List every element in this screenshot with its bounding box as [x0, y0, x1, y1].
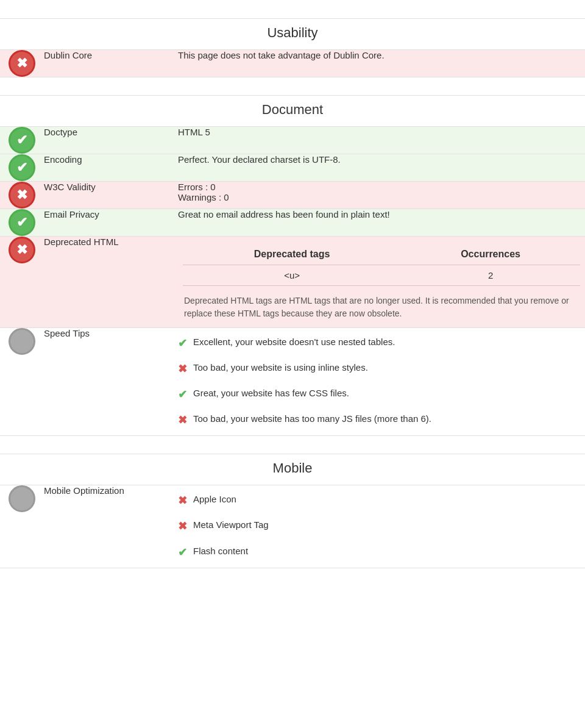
- usability-section: Usability ✖ Dublin Core This page does n…: [0, 0, 585, 568]
- speed-tips-content: ✔ Excellent, your website doesn't use ne…: [178, 327, 585, 436]
- mobile-tip-1-icon: ✖: [178, 519, 187, 534]
- doctype-label: Doctype: [44, 126, 178, 154]
- speed-tip-2-icon: ✔: [178, 387, 187, 402]
- mobile-tip-0-icon: ✖: [178, 493, 187, 509]
- w3c-validity-row: ✖ W3C Validity Errors : 0 Warnings : 0: [0, 181, 585, 209]
- encoding-row: ✔ Encoding Perfect. Your declared charse…: [0, 154, 585, 181]
- deprecated-note: Deprecated HTML tags are HTML tags that …: [183, 291, 580, 320]
- deprecated-tag-count: 2: [401, 265, 580, 285]
- dublin-core-status-icon: ✖: [9, 50, 35, 77]
- speed-tips-icon-cell: [0, 327, 44, 436]
- deprecated-tag-value: <u>: [183, 265, 401, 285]
- w3c-status-icon: ✖: [9, 182, 35, 209]
- speed-tip-2: ✔ Great, your website has few CSS files.: [178, 382, 585, 407]
- email-privacy-row: ✔ Email Privacy Great no email address h…: [0, 209, 585, 236]
- mobile-tip-0: ✖ Apple Icon: [178, 488, 585, 513]
- speed-tip-1: ✖ Too bad, your website is using inline …: [178, 356, 585, 382]
- encoding-status-icon: ✔: [9, 154, 35, 181]
- mobile-tip-0-text: Apple Icon: [193, 493, 236, 505]
- mobile-tips-list: ✖ Apple Icon ✖ Meta Viewport Tag ✔ Flash…: [178, 485, 585, 568]
- mobile-tip-2-icon: ✔: [178, 545, 187, 560]
- document-title: Document: [262, 85, 323, 124]
- encoding-icon-cell: ✔: [0, 154, 44, 181]
- email-privacy-content: Great no email address has been found in…: [178, 209, 585, 236]
- dublin-core-content: This page does not take advantage of Dub…: [178, 49, 585, 77]
- mobile-optimization-label: Mobile Optimization: [44, 485, 178, 568]
- usability-title: Usability: [267, 8, 317, 48]
- deprecated-html-status-icon: ✖: [9, 237, 35, 263]
- speed-tip-1-text: Too bad, your website is using inline st…: [193, 361, 368, 374]
- doctype-icon-cell: ✔: [0, 126, 44, 154]
- deprecated-tags-table: Deprecated tags Occurrences <u> 2: [183, 244, 580, 286]
- w3c-errors: Errors : 0: [178, 182, 585, 192]
- speed-tip-0: ✔ Excellent, your website doesn't use ne…: [178, 330, 585, 356]
- doctype-row: ✔ Doctype HTML 5: [0, 126, 585, 154]
- w3c-label: W3C Validity: [44, 181, 178, 209]
- doctype-content: HTML 5: [178, 126, 585, 154]
- mobile-title: Mobile: [273, 443, 313, 483]
- dublin-core-label: Dublin Core: [44, 49, 178, 77]
- mobile-tip-2: ✔ Flash content: [178, 540, 585, 565]
- speed-tip-0-icon: ✔: [178, 336, 187, 351]
- mobile-optimization-status-icon: [9, 485, 35, 512]
- mobile-optimization-icon-cell: [0, 485, 44, 568]
- dublin-core-row: ✖ Dublin Core This page does not take ad…: [0, 49, 585, 77]
- mobile-optimization-content: ✖ Apple Icon ✖ Meta Viewport Tag ✔ Flash…: [178, 485, 585, 568]
- mobile-tip-1: ✖ Meta Viewport Tag: [178, 513, 585, 539]
- email-privacy-label: Email Privacy: [44, 209, 178, 236]
- speed-tips-status-icon: [9, 328, 35, 355]
- speed-tips-row: Speed Tips ✔ Excellent, your website doe…: [0, 327, 585, 436]
- deprecated-tags-header: Deprecated tags: [183, 244, 401, 265]
- w3c-content: Errors : 0 Warnings : 0: [178, 181, 585, 209]
- w3c-warnings: Warnings : 0: [178, 192, 585, 202]
- deprecated-html-row: ✖ Deprecated HTML Deprecated tags Occurr…: [0, 236, 585, 327]
- occurrences-header: Occurrences: [401, 244, 580, 265]
- mobile-tip-1-text: Meta Viewport Tag: [193, 518, 269, 531]
- deprecated-html-icon-cell: ✖: [0, 236, 44, 327]
- speed-tip-3-icon: ✖: [178, 413, 187, 428]
- speed-tip-3-text: Too bad, your website has too many JS fi…: [193, 412, 431, 425]
- speed-tip-3: ✖ Too bad, your website has too many JS …: [178, 407, 585, 433]
- encoding-content: Perfect. Your declared charset is UTF-8.: [178, 154, 585, 181]
- email-privacy-icon-cell: ✔: [0, 209, 44, 236]
- mobile-tip-2-text: Flash content: [193, 544, 248, 557]
- speed-tip-1-icon: ✖: [178, 362, 187, 377]
- deprecated-html-content: Deprecated tags Occurrences <u> 2 Deprec…: [178, 236, 585, 327]
- dublin-core-icon-cell: ✖: [0, 49, 44, 77]
- doctype-status-icon: ✔: [9, 127, 35, 154]
- speed-tip-0-text: Excellent, your website doesn't use nest…: [193, 335, 395, 348]
- encoding-label: Encoding: [44, 154, 178, 181]
- w3c-icon-cell: ✖: [0, 181, 44, 209]
- email-privacy-status-icon: ✔: [9, 209, 35, 236]
- speed-tip-2-text: Great, your website has few CSS files.: [193, 387, 349, 399]
- speed-tips-list: ✔ Excellent, your website doesn't use ne…: [178, 328, 585, 436]
- speed-tips-label: Speed Tips: [44, 327, 178, 436]
- mobile-optimization-row: Mobile Optimization ✖ Apple Icon ✖ Meta …: [0, 485, 585, 568]
- deprecated-html-label: Deprecated HTML: [44, 236, 178, 327]
